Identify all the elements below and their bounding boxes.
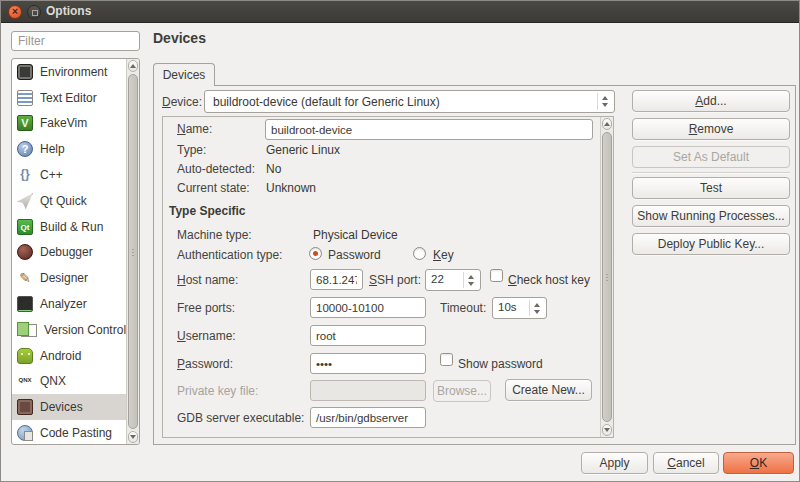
- type-specific-heading: Type Specific: [169, 204, 245, 218]
- filter-input[interactable]: [11, 31, 140, 51]
- host-name-label: Host name:: [177, 273, 238, 287]
- combobox-arrows-icon: [597, 93, 612, 110]
- environment-icon: [17, 64, 33, 80]
- scrollbar-thumb[interactable]: [602, 132, 612, 422]
- auto-detected-label: Auto-detected:: [177, 162, 255, 176]
- deploy-public-key-button[interactable]: Deploy Public Key...: [632, 233, 790, 255]
- build-run-icon: [17, 219, 33, 235]
- machine-type-label: Machine type:: [177, 228, 252, 242]
- machine-type-value: Physical Device: [313, 228, 398, 242]
- devices-icon: [17, 399, 33, 415]
- add-button[interactable]: Add...: [632, 90, 790, 112]
- free-ports-input[interactable]: [310, 297, 426, 318]
- timeout-spinbox[interactable]: 10s: [492, 297, 547, 319]
- sidebar-item-label: Analyzer: [40, 297, 87, 311]
- key-radio[interactable]: [413, 247, 426, 260]
- gdb-server-executable-label: GDB server executable:: [177, 411, 304, 425]
- set-as-default-button: Set As Default: [632, 146, 790, 168]
- sidebar-item-version-control[interactable]: Version Control: [12, 317, 128, 343]
- sidebar-item-label: Help: [40, 142, 65, 156]
- current-state-label: Current state:: [177, 181, 250, 195]
- sidebar-item-label: Code Pasting: [40, 426, 112, 440]
- key-radio-label[interactable]: Key: [433, 248, 454, 262]
- qnx-icon: [17, 373, 33, 389]
- sidebar-item-help[interactable]: Help: [12, 136, 128, 162]
- scrollbar-thumb[interactable]: [128, 74, 138, 429]
- android-icon: [17, 348, 33, 364]
- host-name-input[interactable]: [310, 269, 363, 290]
- sidebar-item-qt-quick[interactable]: Qt Quick: [12, 188, 128, 214]
- sidebar-item-label: Environment: [40, 65, 107, 79]
- username-input[interactable]: [310, 325, 426, 346]
- debugger-icon: [17, 244, 33, 260]
- ssh-port-value: 22: [431, 273, 444, 285]
- type-label: Type:: [177, 143, 206, 157]
- window-title: Options: [46, 4, 91, 18]
- sidebar-item-build-run[interactable]: Build & Run: [12, 214, 128, 240]
- auto-detected-value: No: [266, 162, 281, 176]
- version-control-icon: [21, 324, 37, 337]
- remove-button[interactable]: Remove: [632, 118, 790, 140]
- check-host-key-label[interactable]: Check host key: [508, 273, 590, 287]
- type-value: Generic Linux: [266, 143, 340, 157]
- timeout-value: 10s: [498, 301, 517, 313]
- sidebar-item-code-pasting[interactable]: Code Pasting: [12, 420, 128, 445]
- scroll-down-icon[interactable]: [602, 424, 612, 436]
- sidebar-item-qnx[interactable]: QNX: [12, 369, 128, 395]
- sidebar-item-analyzer[interactable]: Analyzer: [12, 291, 128, 317]
- tab-devices[interactable]: Devices: [153, 63, 215, 86]
- name-input[interactable]: [265, 119, 593, 140]
- free-ports-label: Free ports:: [177, 301, 235, 315]
- sidebar-item-text-editor[interactable]: Text Editor: [12, 85, 128, 111]
- ssh-port-spinbox[interactable]: 22: [425, 269, 481, 291]
- scroll-up-icon[interactable]: [128, 60, 138, 72]
- show-running-processes-button[interactable]: Show Running Processes...: [632, 205, 790, 227]
- designer-icon: [17, 270, 33, 286]
- password-radio-label[interactable]: Password: [328, 248, 381, 262]
- sidebar-item-designer[interactable]: Designer: [12, 265, 128, 291]
- apply-button[interactable]: Apply: [581, 452, 648, 474]
- help-icon: [17, 141, 33, 157]
- show-password-checkbox[interactable]: [440, 353, 453, 366]
- sidebar-item-label: Designer: [40, 271, 88, 285]
- sidebar-item-environment[interactable]: Environment: [12, 59, 128, 85]
- test-button[interactable]: Test: [632, 177, 790, 199]
- titlebar[interactable]: Options: [1, 1, 799, 23]
- password-radio[interactable]: [309, 247, 322, 260]
- sidebar-item-label: Android: [40, 349, 81, 363]
- sidebar-item-debugger[interactable]: Debugger: [12, 240, 128, 266]
- sidebar-item-label: Text Editor: [40, 91, 97, 105]
- sidebar-item-label: Devices: [40, 400, 83, 414]
- sidebar-item-label: QNX: [40, 374, 66, 388]
- show-password-label[interactable]: Show password: [458, 357, 543, 371]
- page-title: Devices: [153, 30, 206, 46]
- sidebar-item-label: C++: [40, 168, 63, 182]
- sidebar-item-c[interactable]: C++: [12, 162, 128, 188]
- category-items: EnvironmentText EditorFakeVimHelpC++Qt Q…: [12, 59, 139, 445]
- sidebar-item-label: Build & Run: [40, 220, 103, 234]
- cancel-button[interactable]: Cancel: [653, 452, 719, 474]
- check-host-key-checkbox[interactable]: [490, 269, 503, 282]
- sidebar-item-fakevim[interactable]: FakeVim: [12, 111, 128, 137]
- create-new-button[interactable]: Create New...: [505, 379, 592, 401]
- sidebar-item-android[interactable]: Android: [12, 343, 128, 369]
- scroll-up-icon[interactable]: [602, 118, 612, 130]
- scroll-down-icon[interactable]: [128, 431, 138, 443]
- maximize-icon[interactable]: [27, 5, 41, 19]
- authentication-type-label: Authentication type:: [177, 248, 282, 262]
- code-pasting-icon: [17, 425, 33, 441]
- details-scrollbar[interactable]: [600, 117, 613, 437]
- password-input[interactable]: [310, 353, 426, 374]
- sidebar-scrollbar[interactable]: [126, 59, 139, 444]
- device-combobox[interactable]: buildroot-device (default for Generic Li…: [204, 90, 615, 113]
- gdb-server-executable-input[interactable]: [310, 407, 426, 428]
- spinner-arrows-icon[interactable]: [463, 272, 478, 288]
- close-icon[interactable]: [8, 5, 22, 19]
- category-list: EnvironmentText EditorFakeVimHelpC++Qt Q…: [11, 58, 140, 445]
- name-label: Name:: [177, 122, 212, 136]
- sidebar-item-label: Version Control: [44, 323, 126, 337]
- button-group-separator: [632, 172, 790, 173]
- ok-button[interactable]: OK: [723, 452, 794, 474]
- sidebar-item-devices[interactable]: Devices: [12, 394, 128, 420]
- spinner-arrows-icon[interactable]: [529, 300, 544, 316]
